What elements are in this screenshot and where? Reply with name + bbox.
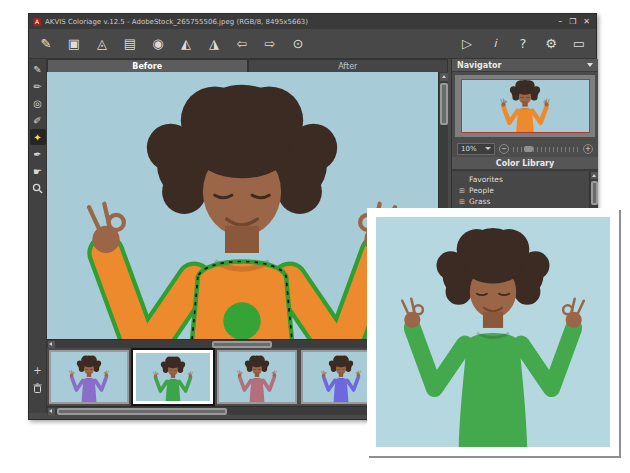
keep-color-pencil-tool-icon[interactable]: ✏	[30, 78, 46, 94]
navigator-preview[interactable]	[455, 75, 595, 137]
result-person	[392, 217, 594, 447]
zoom-in-button[interactable]: +	[583, 144, 593, 154]
vertical-scroll-thumb[interactable]	[440, 83, 448, 125]
color-pencil-tool-icon[interactable]: ✎	[30, 61, 46, 77]
workspace-pencil-cup-icon[interactable]: ✎	[35, 33, 57, 55]
snapshot-thumbnail-mauve[interactable]	[217, 350, 297, 404]
load-strokes-icon[interactable]: ◭	[175, 33, 197, 55]
window-title: AKVIS Coloriage v.12.5 - AdobeStock_2657…	[45, 18, 558, 26]
result-photo	[376, 217, 610, 447]
expand-plus-icon[interactable]: ⊞	[458, 187, 466, 195]
zoom-out-button[interactable]: −	[499, 144, 509, 154]
library-item-favorites[interactable]: Favorites	[458, 174, 586, 185]
navigator-header[interactable]: Navigator	[452, 59, 598, 72]
save-image-icon[interactable]: ◬	[91, 33, 113, 55]
print-icon[interactable]: ▤	[119, 33, 141, 55]
title-bar[interactable]: A AKVIS Coloriage v.12.5 - AdobeStock_26…	[29, 14, 596, 29]
tool-column: ✎ ✏ ◎ ✐ ✦ ✒ ☛ +	[29, 59, 47, 413]
app-logo-icon: A	[33, 18, 41, 26]
before-image-person	[72, 72, 412, 339]
zoom-tool-icon[interactable]	[30, 180, 46, 196]
zoom-controls: 10% − +	[452, 140, 598, 157]
add-snapshot-button[interactable]: +	[31, 363, 45, 377]
navigator-image-frame[interactable]	[461, 79, 590, 133]
chevron-down-icon[interactable]	[587, 63, 593, 67]
run-icon[interactable]: ▷	[456, 33, 478, 55]
result-image-card	[367, 208, 619, 456]
save-strokes-icon[interactable]: ◮	[203, 33, 225, 55]
undo-icon[interactable]: ⇦	[231, 33, 253, 55]
snapshot-thumbnail-purple[interactable]	[49, 350, 129, 404]
zoom-value: 10%	[461, 145, 477, 153]
color-library-header[interactable]: Color Library	[452, 157, 598, 170]
library-item-label: Grass	[469, 197, 490, 206]
preview-strokes-icon[interactable]: ⊙	[287, 33, 309, 55]
library-item-grass[interactable]: ⊞ Grass	[458, 196, 586, 207]
about-icon[interactable]: i	[484, 33, 506, 55]
close-button[interactable]: ✕	[583, 17, 590, 27]
navigator-person	[498, 79, 552, 133]
expand-plus-icon[interactable]: ⊞	[458, 198, 466, 206]
trash-icon[interactable]	[31, 381, 45, 395]
recolor-brush-tool-icon[interactable]: ✦	[30, 129, 46, 145]
chevron-down-icon	[485, 147, 491, 150]
navigator-title: Navigator	[457, 61, 501, 70]
library-scroll-thumb[interactable]	[591, 181, 598, 205]
library-item-label: People	[469, 186, 494, 195]
minimize-button[interactable]: –	[558, 17, 562, 27]
feedback-icon[interactable]: ▭	[568, 33, 590, 55]
scroll-up-arrow-icon[interactable]	[591, 172, 598, 179]
magic-tube-tool-icon[interactable]: ✐	[30, 112, 46, 128]
maximize-button[interactable]: ❒	[569, 17, 576, 27]
zoom-slider[interactable]	[513, 145, 579, 153]
scroll-left-arrow-icon[interactable]	[48, 408, 55, 415]
top-toolbar: ✎ ▣ ◬ ▤ ◉ ◭ ◮ ⇦ ⇨ ⊙ ▷ i ? ⚙ ▭	[29, 29, 596, 59]
thumbnail-person	[67, 353, 110, 403]
tab-before[interactable]: Before	[47, 59, 248, 72]
library-item-label: Favorites	[469, 175, 503, 184]
view-tabs: Before After	[47, 59, 448, 72]
thumbnail-person	[319, 353, 362, 403]
thumbnail-person	[151, 354, 194, 404]
scroll-left-arrow-icon[interactable]	[48, 341, 55, 348]
scroll-up-arrow-icon[interactable]	[440, 73, 448, 81]
horizontal-scroll-thumb[interactable]	[212, 341, 272, 348]
tube-tool-icon[interactable]: ◎	[30, 95, 46, 111]
share-icon[interactable]: ◉	[147, 33, 169, 55]
page: A AKVIS Coloriage v.12.5 - AdobeStock_26…	[0, 0, 630, 473]
eyedropper-tool-icon[interactable]: ✒	[30, 146, 46, 162]
tab-after[interactable]: After	[248, 59, 449, 72]
library-item-people[interactable]: ⊞ People	[458, 185, 586, 196]
redo-icon[interactable]: ⇨	[259, 33, 281, 55]
help-icon[interactable]: ?	[512, 33, 534, 55]
zoom-level-select[interactable]: 10%	[457, 143, 495, 155]
open-image-icon[interactable]: ▣	[63, 33, 85, 55]
strip-scroll-thumb[interactable]	[57, 408, 227, 415]
thumbnail-person	[235, 353, 278, 403]
preferences-gear-icon[interactable]: ⚙	[540, 33, 562, 55]
snapshot-thumbnail-green-selected[interactable]	[133, 350, 213, 404]
zoom-slider-thumb[interactable]	[524, 146, 533, 152]
hand-tool-icon[interactable]: ☛	[30, 163, 46, 179]
color-library-title: Color Library	[496, 159, 554, 168]
